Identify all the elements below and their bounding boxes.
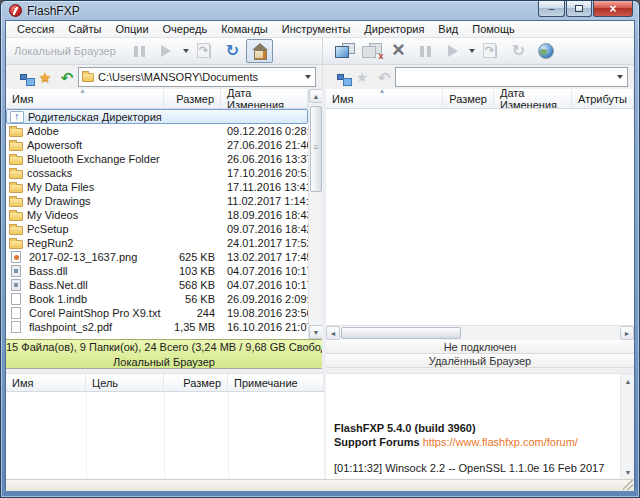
- file-row[interactable]: Bass.dll103 KB04.07.2016 10:17:49: [6, 264, 308, 278]
- file-row[interactable]: cossacks17.10.2016 20:51:07: [6, 166, 308, 180]
- menu-item-9[interactable]: Помощь: [465, 22, 522, 36]
- file-row[interactable]: 2017-02-13_1637.png625 KB13.02.2017 17:4…: [6, 250, 308, 264]
- column-header-attributes[interactable]: Атрибуты: [572, 89, 634, 108]
- remote-transfer-button[interactable]: [478, 39, 505, 63]
- queue-list[interactable]: [6, 392, 324, 479]
- scroll-thumb[interactable]: [310, 106, 322, 192]
- back-arrow-icon: ↶: [378, 70, 391, 85]
- home-icon: [251, 44, 268, 58]
- file-row[interactable]: Bass.Net.dll568 KB04.07.2016 10:17:49: [6, 278, 308, 292]
- column-header-size[interactable]: Размер: [164, 374, 228, 391]
- column-header-name[interactable]: Имя: [6, 374, 86, 391]
- abort-button[interactable]: ×: [385, 39, 412, 63]
- transfer-queue-button[interactable]: [192, 39, 219, 63]
- remote-bookmarks-button[interactable]: ★: [351, 68, 373, 86]
- menu-item-6[interactable]: Инструменты: [275, 22, 358, 36]
- scroll-down-button[interactable]: ▼: [309, 325, 323, 339]
- column-divider: [228, 392, 229, 479]
- file-name: Apowersoft: [27, 139, 82, 151]
- remote-back-button[interactable]: ↶: [373, 68, 395, 86]
- scroll-up-button[interactable]: ▲: [309, 89, 323, 103]
- log-support-link[interactable]: https://www.flashfxp.com/forum/: [423, 436, 578, 448]
- file-row[interactable]: Adobe09.12.2016 0:28:37: [6, 124, 308, 138]
- scroll-left-button[interactable]: ◄: [326, 326, 340, 340]
- column-header-size[interactable]: Размер: [164, 89, 221, 108]
- scroll-thumb[interactable]: [341, 327, 461, 339]
- client-area: СессияСайтыОпцииОчередьКомандыИнструмент…: [5, 20, 635, 490]
- column-header-name[interactable]: ▴ Имя: [326, 89, 443, 108]
- queue-header: Имя Цель Размер Примечание: [6, 373, 324, 392]
- file-date: 18.09.2016 18:43:39: [219, 209, 308, 221]
- remote-refresh-button[interactable]: ↻: [505, 39, 532, 63]
- file-date: 26.09.2016 2:09:21: [219, 293, 308, 305]
- log-scrollbar[interactable]: ▲ ▼: [620, 374, 634, 479]
- caption-buttons: – ×: [537, 1, 633, 17]
- menu-item-7[interactable]: Директория: [357, 22, 431, 36]
- file-name: cossacks: [27, 167, 72, 179]
- pane-splitter[interactable]: [322, 89, 326, 369]
- file-size: 103 KB: [162, 265, 219, 277]
- menu-item-1[interactable]: Сессия: [10, 22, 61, 36]
- start-button[interactable]: [153, 39, 180, 63]
- scroll-right-button[interactable]: ►: [620, 326, 634, 340]
- column-header-date[interactable]: Дата Изменения: [221, 89, 308, 108]
- remote-start-button[interactable]: [439, 39, 466, 63]
- remote-path-combobox[interactable]: [395, 67, 628, 87]
- remote-folder-tree-button[interactable]: [329, 68, 351, 86]
- file-row[interactable]: Book 1.indb56 KB26.09.2016 2:09:21: [6, 292, 308, 306]
- local-browser-toggle-button[interactable]: [246, 39, 273, 63]
- column-header-size[interactable]: Размер: [443, 89, 494, 108]
- scroll-down-button[interactable]: ▼: [621, 465, 634, 479]
- pause-button[interactable]: [126, 39, 153, 63]
- file-row[interactable]: Bluetooth Exchange Folder26.06.2016 13:3…: [6, 152, 308, 166]
- disconnect-button[interactable]: x: [358, 39, 385, 63]
- folder-tree-button[interactable]: [12, 68, 34, 86]
- remote-browser-button[interactable]: [532, 39, 559, 63]
- local-list-scrollbar[interactable]: ▲ ▼: [308, 89, 322, 339]
- menu-item-2[interactable]: Сайты: [61, 22, 108, 36]
- scroll-up-button[interactable]: ▲: [621, 374, 634, 388]
- local-bookmarks-button[interactable]: ★: [34, 68, 56, 86]
- file-row[interactable]: Родительская Директория: [6, 109, 308, 124]
- local-path-combobox[interactable]: C:\Users\MANSORY\Documents: [78, 67, 316, 87]
- column-header-note[interactable]: Примечание: [228, 374, 324, 391]
- remote-list-hscrollbar[interactable]: ◄ ►: [326, 325, 634, 340]
- remote-start-dropdown-button[interactable]: [466, 39, 478, 63]
- remote-pause-button[interactable]: [412, 39, 439, 63]
- minimize-button[interactable]: –: [538, 1, 565, 17]
- file-date: 16.10.2016 21:07:36: [219, 321, 308, 333]
- menu-item-5[interactable]: Команды: [214, 22, 275, 36]
- file-row[interactable]: Apowersoft27.06.2016 21:40:17: [6, 138, 308, 152]
- file-icon: [11, 293, 21, 305]
- path-dropdown-button[interactable]: [612, 68, 627, 86]
- local-back-button[interactable]: ↶: [56, 68, 78, 86]
- log-support-line: Support Forums https://www.flashfxp.com/…: [334, 435, 616, 449]
- file-row[interactable]: My Videos18.09.2016 18:43:39: [6, 208, 308, 222]
- column-header-target[interactable]: Цель: [86, 374, 164, 391]
- menu-item-4[interactable]: Очередь: [156, 22, 215, 36]
- file-row[interactable]: PcSetup09.07.2016 18:42:39: [6, 222, 308, 236]
- pause-icon: [134, 46, 138, 57]
- remote-file-list[interactable]: [326, 109, 634, 325]
- path-dropdown-button[interactable]: [300, 68, 315, 86]
- menu-item-8[interactable]: Вид: [431, 22, 465, 36]
- column-header-name[interactable]: ▴ Имя: [6, 89, 164, 108]
- window-status-bar: [6, 479, 634, 491]
- resize-grip[interactable]: [623, 480, 633, 490]
- start-dropdown-button[interactable]: [180, 39, 192, 63]
- remote-address-bar: ★ ↶: [322, 65, 634, 89]
- close-button[interactable]: ×: [593, 1, 633, 17]
- menu-item-3[interactable]: Опции: [108, 22, 155, 36]
- file-row[interactable]: Corel PaintShop Pro X9.txt24419.08.2016 …: [6, 306, 308, 320]
- file-row[interactable]: RegRun224.01.2017 17:52:34: [6, 236, 308, 250]
- maximize-button[interactable]: [566, 1, 592, 17]
- column-header-date[interactable]: Дата Изменения: [494, 89, 572, 108]
- log-panel[interactable]: FlashFXP 5.4.0 (build 3960) Support Foru…: [326, 373, 634, 479]
- transfer-icon: [200, 45, 211, 58]
- local-refresh-button[interactable]: ↻: [219, 39, 246, 63]
- title-bar[interactable]: FlashFXP – ×: [1, 1, 639, 20]
- file-row[interactable]: flashpoint_s2.pdf1,35 MB16.10.2016 21:07…: [6, 320, 308, 334]
- file-row[interactable]: My Drawings11.02.2017 1:14:00: [6, 194, 308, 208]
- file-row[interactable]: My Data Files17.11.2016 13:41:19: [6, 180, 308, 194]
- connect-button[interactable]: [331, 39, 358, 63]
